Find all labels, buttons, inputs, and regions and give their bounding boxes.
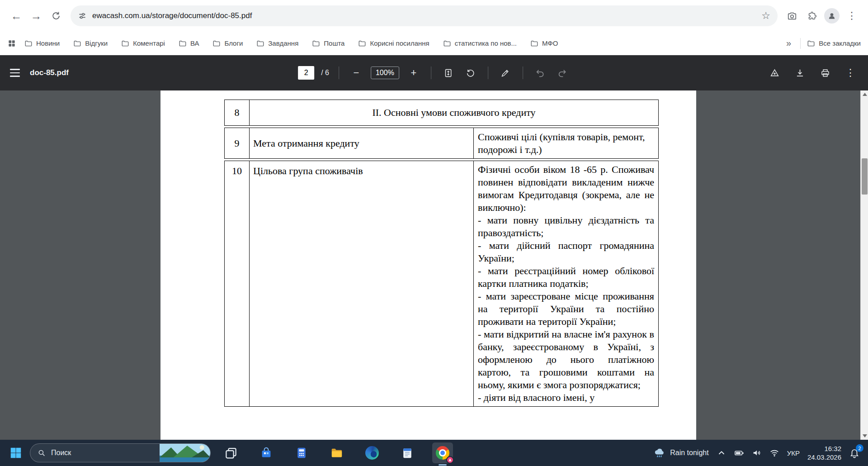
bookmark-item[interactable]: Коментарі	[121, 39, 165, 48]
taskbar-search[interactable]: Поиск	[30, 443, 211, 462]
folder-icon	[24, 39, 33, 48]
download-button[interactable]	[792, 65, 807, 81]
folder-icon	[179, 39, 187, 48]
reload-button[interactable]	[46, 6, 66, 26]
pdf-more-button[interactable]: ⋮	[843, 65, 858, 81]
folder-icon	[256, 39, 264, 48]
address-bar[interactable]: ewacash.com.ua/storage/document/doc-85.p…	[71, 5, 778, 26]
keyboard-language[interactable]: УКР	[787, 449, 800, 457]
url-text[interactable]: ewacash.com.ua/storage/document/doc-85.p…	[92, 11, 252, 20]
microsoft-store-button[interactable]	[256, 442, 277, 463]
zoom-in-button[interactable]: +	[406, 65, 421, 81]
annotate-button[interactable]	[498, 65, 513, 81]
page-number-input[interactable]	[298, 66, 314, 80]
folder-icon	[358, 39, 366, 48]
volume-icon[interactable]	[752, 448, 762, 458]
start-button[interactable]	[5, 442, 26, 463]
kebab-icon: ⋮	[845, 67, 855, 79]
bookmark-item[interactable]: статистика по нов...	[443, 39, 517, 48]
bookmark-item[interactable]: МФО	[530, 39, 558, 48]
edge-button[interactable]	[362, 442, 382, 463]
pdf-viewport: 8ІІ. Основні умови споживчого кредиту9Ме…	[0, 90, 868, 440]
file-explorer-button[interactable]	[326, 442, 347, 463]
date: 24.03.2026	[807, 453, 841, 461]
forward-button[interactable]: →	[26, 6, 46, 26]
all-bookmarks-label: Все закладки	[819, 39, 861, 47]
toolbar-divider	[431, 67, 431, 79]
all-bookmarks-button[interactable]: Все закладки	[807, 39, 861, 48]
apps-grid-icon[interactable]	[7, 39, 16, 48]
bookmark-item[interactable]: ВА	[179, 39, 199, 48]
puzzle-icon	[807, 11, 817, 21]
profile-button[interactable]	[822, 6, 842, 26]
row-number: 10	[225, 161, 250, 406]
extensions-button[interactable]	[802, 6, 822, 26]
folder-icon	[530, 39, 538, 48]
bookmarks-list: Новини Відгуки Коментарі ВА Блоги Завдан…	[24, 39, 558, 48]
scrollbar[interactable]	[860, 90, 868, 440]
zoom-level[interactable]: 100%	[371, 67, 399, 79]
folder-icon	[312, 39, 320, 48]
pdf-page: 8ІІ. Основні умови споживчого кредиту9Ме…	[160, 90, 696, 440]
time: 16:32	[824, 444, 841, 453]
undo-icon	[535, 68, 545, 78]
bookmark-label: Коментарі	[133, 39, 165, 47]
back-icon: ←	[11, 10, 22, 23]
bookmark-star-icon[interactable]: ☆	[761, 10, 770, 22]
clock[interactable]: 16:32 24.03.2026	[807, 444, 841, 461]
back-button[interactable]: ←	[6, 6, 26, 26]
bookmark-item[interactable]: Новини	[24, 39, 60, 48]
scrollbar-thumb[interactable]	[862, 158, 868, 195]
print-button[interactable]	[817, 65, 833, 81]
weather-widget[interactable]: Rain tonight	[653, 447, 708, 459]
network-icon[interactable]	[769, 448, 779, 458]
bookmark-label: Пошта	[324, 39, 344, 47]
bookmark-item[interactable]: Завдання	[256, 39, 298, 48]
folder-icon	[73, 39, 81, 48]
redo-button[interactable]	[555, 65, 570, 81]
scroll-up-button[interactable]	[861, 90, 868, 98]
notification-center-button[interactable]: 2	[849, 447, 860, 458]
bookmarks-overflow-button[interactable]: »	[783, 38, 794, 48]
weather-status: Rain tonight	[670, 449, 708, 457]
calculator-button[interactable]	[291, 442, 312, 463]
row-number: 9	[225, 128, 250, 158]
browser-toolbar: ← → ewacash.com.ua/storage/document/doc-…	[0, 0, 868, 32]
rotate-icon	[466, 68, 475, 78]
save-to-drive-button[interactable]	[767, 65, 782, 81]
pdf-right-controls: ⋮	[767, 65, 858, 81]
bookmark-item[interactable]: Відгуки	[73, 39, 108, 48]
bookmark-label: Корисні посилання	[370, 39, 429, 47]
pdf-menu-button[interactable]	[10, 69, 20, 76]
show-hidden-icons-button[interactable]	[717, 448, 726, 458]
browser-window: ← → ewacash.com.ua/storage/document/doc-…	[0, 0, 868, 466]
battery-icon[interactable]	[734, 448, 744, 458]
microsoft-store-icon	[259, 446, 273, 460]
browser-menu-button[interactable]: ⋮	[842, 6, 862, 26]
bookmark-item[interactable]: Блоги	[212, 39, 243, 48]
notepad-button[interactable]	[397, 442, 418, 463]
windows-logo-icon	[9, 446, 23, 460]
avatar	[824, 8, 840, 24]
bookmark-label: статистика по нов...	[455, 39, 517, 47]
site-info-icon[interactable]	[78, 11, 87, 20]
rotate-button[interactable]	[463, 65, 478, 81]
chrome-button[interactable]	[432, 442, 453, 463]
scroll-down-button[interactable]	[861, 432, 868, 440]
fit-page-button[interactable]	[441, 65, 456, 81]
screenshot-button[interactable]	[782, 6, 802, 26]
task-view-button[interactable]	[221, 442, 241, 463]
zoom-out-button[interactable]: −	[349, 65, 364, 81]
row-value: Споживчі цілі (купівля товарів, ремонт, …	[474, 128, 658, 158]
bookmark-label: ВА	[190, 39, 199, 47]
bookmark-item[interactable]: Пошта	[312, 39, 344, 48]
calculator-icon	[295, 446, 308, 460]
undo-button[interactable]	[533, 65, 548, 81]
notepad-icon	[401, 446, 414, 460]
bookmark-label: Новини	[36, 39, 60, 47]
camera-icon	[787, 11, 797, 21]
bookmark-label: Завдання	[268, 39, 298, 47]
file-explorer-icon	[330, 446, 344, 460]
bookmark-item[interactable]: Корисні посилання	[358, 39, 429, 48]
taskbar-apps	[221, 442, 453, 463]
